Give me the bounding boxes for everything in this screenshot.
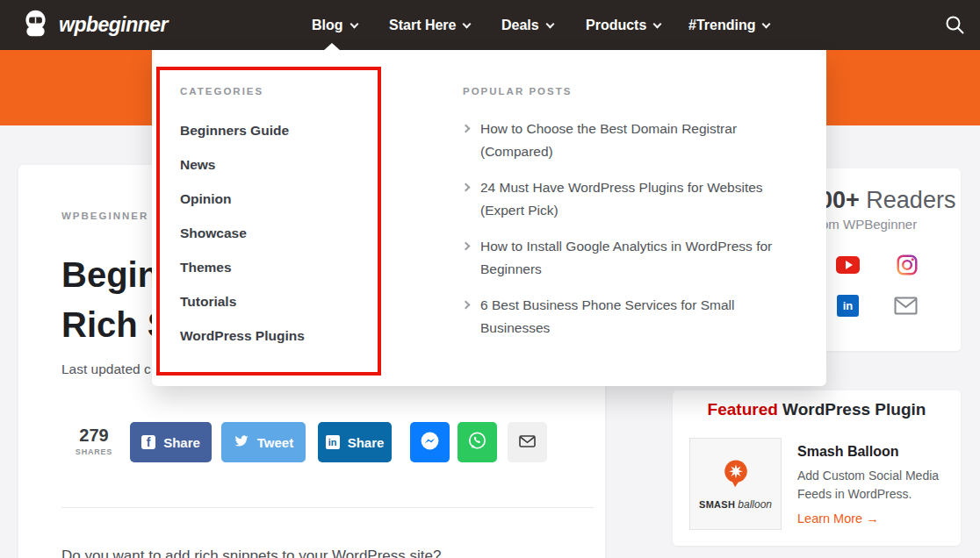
category-themes[interactable]: Themes	[180, 261, 305, 275]
wordmark-balloon: balloon	[738, 498, 772, 511]
category-showcase[interactable]: Showcase	[180, 226, 305, 240]
content-divider	[61, 507, 594, 508]
readers-subtitle: om WPBeginner	[821, 217, 917, 232]
facebook-share-button[interactable]: f Share	[130, 422, 212, 462]
whatsapp-share-button[interactable]	[458, 422, 497, 462]
messenger-share-button[interactable]	[410, 422, 450, 462]
popular-posts-header: POPULAR POSTS	[463, 86, 572, 97]
youtube-icon[interactable]	[836, 256, 860, 274]
category-wordpress-plugins[interactable]: WordPress Plugins	[180, 329, 305, 343]
share-count-number: 279	[69, 426, 119, 446]
learn-more-label: Learn More	[797, 512, 862, 526]
popular-post-link[interactable]: How to Install Google Analytics in WordP…	[463, 235, 796, 281]
blog-dropdown-panel: CATEGORIES Beginners Guide News Opinion …	[152, 50, 826, 386]
popular-post-title: How to Choose the Best Domain Registrar …	[480, 118, 796, 163]
play-triangle	[846, 261, 853, 269]
chevron-right-icon	[462, 125, 471, 133]
chevron-down-icon	[762, 20, 771, 29]
dropdown-caret	[323, 43, 341, 51]
chevron-right-icon	[462, 242, 471, 251]
nav-item-deals[interactable]: Deals	[501, 0, 553, 50]
plugin-name: Smash Balloon	[797, 444, 899, 460]
wpbeginner-logo-icon	[19, 7, 52, 43]
popular-posts-list: How to Choose the Best Domain Registrar …	[463, 118, 796, 353]
featured-plugin-heading: Featured WordPress Plugin	[673, 400, 961, 419]
popular-post-title: 6 Best Business Phone Services for Small…	[480, 294, 796, 340]
linkedin-badge-icon[interactable]: in	[837, 295, 859, 317]
linkedin-icon: in	[326, 435, 340, 449]
plugin-description: Add Custom Social Media Feeds in WordPre…	[797, 467, 954, 504]
popular-post-title: 24 Must Have WordPress Plugins for Websi…	[480, 176, 796, 222]
chevron-down-icon	[653, 20, 662, 29]
messenger-icon	[420, 431, 440, 454]
share-count-label: SHARES	[69, 447, 119, 456]
nav-label: Products	[586, 18, 646, 32]
category-opinion[interactable]: Opinion	[180, 192, 305, 206]
search-icon[interactable]	[945, 15, 965, 39]
featured-heading-rest: WordPress Plugin	[778, 400, 926, 418]
instagram-icon[interactable]	[896, 254, 919, 280]
chevron-down-icon	[545, 20, 554, 29]
nav-label: Blog	[312, 18, 343, 32]
article-eyebrow: WPBEGINNER	[61, 211, 148, 221]
category-beginners-guide[interactable]: Beginners Guide	[180, 124, 305, 138]
popular-post-link[interactable]: 6 Best Business Phone Services for Small…	[463, 294, 796, 340]
nav-label: Start Here	[389, 18, 456, 32]
smash-balloon-wordmark: SMASH balloon	[699, 498, 772, 511]
featured-heading-accent: Featured	[708, 400, 778, 418]
linkedin-share-label: Share	[348, 435, 385, 450]
twitter-bird-icon	[234, 434, 249, 450]
readers-count-word: Readers	[866, 187, 955, 213]
email-share-button[interactable]	[508, 422, 547, 462]
envelope-icon[interactable]	[894, 297, 918, 318]
facebook-share-label: Share	[163, 435, 200, 450]
nav-item-start-here[interactable]: Start Here	[389, 0, 470, 50]
categories-list: Beginners Guide News Opinion Showcase Th…	[180, 124, 305, 363]
popular-post-link[interactable]: 24 Must Have WordPress Plugins for Websi…	[463, 176, 796, 222]
wpbeginner-logo-text: wpbeginner	[59, 13, 168, 37]
nav-item-products[interactable]: Products	[586, 0, 660, 50]
nav-item-trending[interactable]: #Trending	[688, 0, 769, 50]
popular-post-title: How to Install Google Analytics in WordP…	[480, 235, 796, 281]
intro-question-text: Do you want to add rich snippets to your…	[61, 547, 441, 558]
categories-header: CATEGORIES	[180, 86, 263, 97]
tweet-button[interactable]: Tweet	[221, 422, 306, 462]
nav-label: #Trending	[688, 18, 755, 32]
whatsapp-icon	[467, 431, 487, 454]
wordmark-smash: SMASH	[699, 499, 735, 510]
top-navigation-bar: wpbeginner Blog Start Here Deals Product…	[0, 0, 980, 50]
nav-label: Deals	[501, 18, 539, 32]
learn-more-link[interactable]: Learn More →	[797, 512, 879, 526]
balloon-icon	[721, 458, 751, 495]
popular-post-link[interactable]: How to Choose the Best Domain Registrar …	[463, 118, 796, 163]
wpbeginner-logo[interactable]: wpbeginner	[19, 0, 168, 50]
chevron-right-icon	[462, 301, 471, 310]
readers-count-heading: 00+ Readers	[819, 187, 955, 214]
category-news[interactable]: News	[180, 158, 305, 172]
featured-plugin-card: Featured WordPress Plugin SMASH balloon …	[673, 390, 961, 546]
last-updated-text: Last updated c	[61, 361, 151, 377]
facebook-icon: f	[141, 435, 155, 449]
tweet-label: Tweet	[257, 435, 293, 450]
chevron-down-icon	[349, 20, 358, 29]
share-count: 279 SHARES	[69, 426, 119, 456]
smash-balloon-logo: SMASH balloon	[689, 438, 782, 530]
category-tutorials[interactable]: Tutorials	[180, 295, 305, 309]
email-icon	[519, 435, 536, 450]
page: WPBEGINNER Begin Rich S Last updated c 2…	[0, 0, 980, 558]
arrow-right-icon: →	[866, 512, 879, 526]
chevron-right-icon	[462, 183, 471, 192]
chevron-down-icon	[463, 20, 472, 29]
linkedin-share-button[interactable]: in Share	[318, 422, 392, 462]
